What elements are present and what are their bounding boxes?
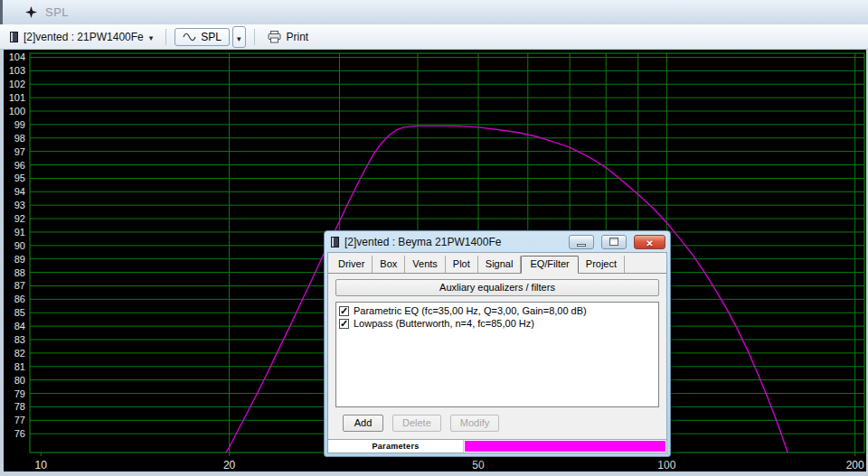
y-tick-label: 83: [14, 334, 25, 345]
toolbar-separator: [254, 29, 255, 45]
y-tick-label: 89: [14, 254, 25, 265]
x-tick-label: 50: [472, 459, 485, 471]
graph-type-dropdown-button[interactable]: [232, 26, 246, 48]
eq-filter-dialog[interactable]: [2]vented : Beyma 21PW1400Fe DriverBoxVe…: [324, 230, 671, 457]
x-tick-label: 200: [846, 459, 864, 471]
filter-list-item[interactable]: Lowpass (Butterworth, n=4, fc=85,00 Hz): [336, 317, 658, 330]
auxiliary-equalizers-button[interactable]: Auxliary equalizers / filters: [335, 279, 659, 296]
status-label-cell: Parameters: [328, 440, 464, 453]
y-tick-label: 85: [14, 307, 25, 318]
y-tick-label: 93: [14, 200, 25, 210]
y-tick-label: 100: [9, 106, 25, 117]
x-tick-label: 100: [657, 459, 675, 471]
y-tick-label: 95: [14, 173, 25, 183]
y-tick-label: 94: [14, 186, 25, 197]
delete-button: Delete: [392, 415, 441, 432]
maximize-icon: [609, 238, 618, 246]
minimize-icon: [577, 244, 586, 247]
move-icon: [25, 6, 37, 18]
y-tick-label: 76: [14, 428, 25, 439]
y-tick-label: 104: [9, 51, 25, 62]
titlebar[interactable]: SPL: [0, 0, 868, 24]
y-tick-label: 102: [9, 79, 25, 89]
y-tick-label: 81: [14, 361, 25, 372]
y-tick-label: 78: [14, 401, 25, 412]
x-tick-label: 20: [223, 459, 236, 471]
dialog-book-icon: [331, 237, 339, 247]
project-selector-button[interactable]: [2]vented : 21PW1400Fe: [5, 28, 157, 46]
y-tick-label: 88: [14, 267, 25, 278]
y-tick-label: 97: [14, 146, 25, 157]
maximize-button[interactable]: [601, 235, 627, 249]
filter-list-item[interactable]: Parametric EQ (fc=35,00 Hz, Q=3,00, Gain…: [336, 304, 658, 317]
close-button[interactable]: [634, 235, 665, 249]
graph-type-label: SPL: [201, 31, 222, 43]
progress-bar: [465, 441, 665, 452]
tab-eq-filter[interactable]: EQ/Filter: [521, 256, 578, 274]
tab-project[interactable]: Project: [579, 256, 625, 273]
y-tick-label: 96: [14, 160, 25, 171]
spl-window: SPL [2]vented : 21PW1400Fe SPL: [0, 0, 868, 476]
dialog-statusbar: Parameters: [328, 439, 666, 453]
y-tick-label: 79: [14, 388, 25, 399]
chevron-down-icon: [237, 29, 241, 45]
window-title: SPL: [45, 5, 69, 19]
y-tick-label: 103: [9, 65, 25, 76]
y-tick-label: 99: [14, 119, 25, 130]
tab-signal[interactable]: Signal: [478, 256, 522, 273]
graph-type-combo: SPL: [175, 26, 245, 48]
y-tick-label: 101: [9, 92, 25, 103]
filter-label: Lowpass (Butterworth, n=4, fc=85,00 Hz): [354, 318, 534, 329]
print-label: Print: [287, 31, 309, 43]
book-icon: [10, 32, 18, 42]
y-tick-label: 91: [14, 227, 25, 238]
y-tick-label: 86: [14, 294, 25, 304]
close-icon: [646, 234, 653, 250]
add-button[interactable]: Add: [343, 415, 383, 432]
tab-vents[interactable]: Vents: [405, 256, 446, 273]
y-tick-label: 90: [14, 240, 25, 251]
dialog-titlebar[interactable]: [2]vented : Beyma 21PW1400Fe: [327, 231, 667, 252]
y-tick-label: 87: [14, 280, 25, 291]
y-tick-label: 80: [14, 375, 25, 386]
toolbar: [2]vented : 21PW1400Fe SPL Print: [0, 24, 868, 50]
y-tick-label: 98: [14, 133, 25, 144]
minimize-button[interactable]: [569, 235, 594, 249]
chevron-down-icon: [149, 31, 154, 43]
graph-type-button[interactable]: SPL: [175, 28, 230, 46]
y-tick-label: 92: [14, 213, 25, 224]
filter-label: Parametric EQ (fc=35,00 Hz, Q=3,00, Gain…: [354, 305, 587, 316]
modify-button: Modify: [450, 415, 499, 432]
sine-wave-icon: [183, 33, 196, 42]
chart-frame-bottom: [0, 471, 868, 476]
dialog-tabs: DriverBoxVentsPlotSignalEQ/FilterProject: [328, 253, 666, 274]
status-label: Parameters: [372, 442, 419, 451]
y-tick-label: 77: [14, 415, 25, 425]
chart-frame-left: [0, 50, 4, 476]
project-selector-label: [2]vented : 21PW1400Fe: [24, 31, 144, 43]
tab-box[interactable]: Box: [373, 256, 405, 273]
dialog-title: [2]vented : Beyma 21PW1400Fe: [344, 236, 561, 248]
filter-list[interactable]: Parametric EQ (fc=35,00 Hz, Q=3,00, Gain…: [335, 302, 659, 407]
dialog-body: DriverBoxVentsPlotSignalEQ/FilterProject…: [327, 252, 667, 453]
toolbar-separator: [165, 29, 166, 45]
tab-plot[interactable]: Plot: [446, 256, 478, 273]
tab-driver[interactable]: Driver: [331, 256, 373, 273]
print-button[interactable]: Print: [263, 28, 314, 46]
dialog-buttons: AddDeleteModify: [335, 407, 659, 439]
y-tick-label: 82: [14, 348, 25, 359]
x-tick-label: 10: [35, 459, 48, 471]
y-tick-label: 84: [14, 321, 25, 331]
dialog-content: Auxliary equalizers / filters Parametric…: [328, 274, 666, 439]
status-progress-cell: [464, 440, 666, 453]
printer-icon: [268, 31, 281, 43]
filter-checkbox[interactable]: [339, 319, 349, 329]
filter-checkbox[interactable]: [339, 306, 349, 316]
